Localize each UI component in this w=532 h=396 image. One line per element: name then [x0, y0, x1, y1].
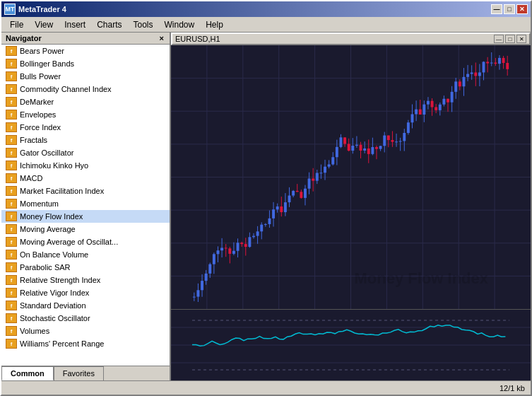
menu-file[interactable]: File: [4, 18, 29, 31]
nav-item[interactable]: fRelative Vigor Index: [1, 286, 170, 299]
nav-item-label: On Balance Volume: [20, 250, 88, 259]
menu-tools[interactable]: Tools: [128, 18, 159, 31]
indicator-icon: f: [6, 275, 17, 285]
indicator-icon: f: [6, 110, 17, 120]
nav-item-label: Money Flow Index: [20, 212, 83, 221]
nav-item-label: Ichimoku Kinko Hyo: [20, 161, 88, 170]
indicator-icon: f: [6, 97, 17, 107]
chart-minimize-button[interactable]: —: [494, 35, 504, 43]
indicator-icon: f: [6, 46, 17, 56]
navigator-title: Navigator: [6, 34, 42, 42]
nav-item[interactable]: fBulls Power: [1, 70, 170, 83]
nav-item-label: Momentum: [20, 199, 59, 208]
indicator-icon: f: [6, 313, 17, 323]
chart-area: EURUSD,H1 — □ ✕ Money Flow Index: [171, 33, 531, 380]
title-buttons: — □ ✕: [491, 4, 528, 14]
menu-help[interactable]: Help: [200, 18, 229, 31]
status-info: 12/1 kb: [500, 384, 525, 392]
nav-item[interactable]: fBears Power: [1, 45, 170, 57]
nav-item[interactable]: fDeMarker: [1, 95, 170, 108]
main-chart-canvas: [171, 45, 531, 309]
close-button[interactable]: ✕: [516, 4, 528, 14]
nav-item-label: Williams' Percent Range: [20, 339, 104, 348]
menu-window[interactable]: Window: [159, 18, 201, 31]
navigator-close-button[interactable]: ×: [158, 34, 165, 42]
status-bar: 12/1 kb: [1, 380, 531, 395]
nav-item-label: Volumes: [20, 327, 49, 335]
main-chart: Money Flow Index: [171, 45, 531, 310]
nav-item[interactable]: fParabolic SAR: [1, 261, 170, 274]
nav-item[interactable]: fVolumes: [1, 325, 170, 337]
navigator-list[interactable]: fBears PowerfBollinger BandsfBulls Power…: [1, 45, 170, 366]
nav-item-label: Commodity Channel Index: [20, 85, 112, 93]
nav-item-label: Gator Oscillator: [20, 148, 73, 157]
chart-title: EURUSD,H1: [175, 35, 220, 43]
app-icon: MT: [4, 4, 16, 15]
title-bar-left: MT MetaTrader 4: [4, 4, 66, 15]
menu-insert[interactable]: Insert: [59, 18, 91, 31]
nav-item[interactable]: fMACD: [1, 172, 170, 185]
nav-item-label: Moving Average of Oscillat...: [20, 238, 118, 246]
menu-view[interactable]: View: [29, 18, 59, 31]
indicator-icon: f: [6, 237, 17, 247]
nav-item-label: Force Index: [20, 123, 61, 132]
tab-common[interactable]: Common: [1, 366, 54, 380]
nav-item[interactable]: fMoney Flow Index: [1, 210, 170, 223]
indicator-icon: f: [6, 161, 17, 170]
indicator-icon: f: [6, 148, 17, 158]
navigator-header: Navigator ×: [1, 33, 170, 45]
indicator-icon: f: [6, 122, 17, 132]
nav-item-label: MACD: [20, 174, 42, 182]
title-bar: MT MetaTrader 4 — □ ✕: [1, 1, 531, 17]
nav-item[interactable]: fMoving Average: [1, 223, 170, 235]
indicator-icon: f: [6, 288, 17, 298]
indicator-icon: f: [6, 135, 17, 145]
nav-item[interactable]: fStandard Deviation: [1, 299, 170, 312]
nav-item[interactable]: fWilliams' Percent Range: [1, 337, 170, 350]
indicator-icon: f: [6, 59, 17, 69]
nav-item-label: Parabolic SAR: [20, 263, 71, 272]
nav-item-label: Stochastic Oscillator: [20, 314, 90, 322]
navigator-panel: Navigator × fBears PowerfBollinger Bands…: [1, 33, 171, 380]
indicator-icon: f: [6, 199, 17, 209]
indicator-icon: f: [6, 84, 17, 94]
indicator-icon: f: [6, 173, 17, 183]
nav-item[interactable]: fRelative Strength Index: [1, 274, 170, 286]
nav-item[interactable]: fMarket Facilitation Index: [1, 185, 170, 197]
nav-item[interactable]: fMomentum: [1, 197, 170, 210]
chart-close-button[interactable]: ✕: [516, 35, 526, 43]
nav-item-label: DeMarker: [20, 98, 54, 106]
indicator-icon: f: [6, 224, 17, 234]
nav-item[interactable]: fFractals: [1, 134, 170, 146]
nav-item[interactable]: fCommodity Channel Index: [1, 83, 170, 95]
chart-maximize-button[interactable]: □: [505, 35, 515, 43]
indicator-icon: f: [6, 262, 17, 272]
menu-charts[interactable]: Charts: [91, 18, 127, 31]
maximize-button[interactable]: □: [504, 4, 515, 14]
nav-item[interactable]: fEnvelopes: [1, 108, 170, 121]
nav-item[interactable]: fBollinger Bands: [1, 57, 170, 70]
sub-chart-canvas: [171, 310, 531, 380]
main-window: MT MetaTrader 4 — □ ✕ File View Insert C…: [0, 0, 532, 396]
nav-item-label: Bollinger Bands: [20, 59, 74, 68]
nav-item-label: Standard Deviation: [20, 301, 86, 310]
indicator-icon: f: [6, 301, 17, 310]
nav-item-label: Moving Average: [20, 225, 76, 233]
navigator-tabs: Common Favorites: [1, 366, 170, 380]
minimize-button[interactable]: —: [491, 4, 502, 14]
nav-item[interactable]: fOn Balance Volume: [1, 248, 170, 261]
nav-item-label: Relative Strength Index: [20, 276, 100, 284]
window-title: MetaTrader 4: [18, 5, 66, 13]
chart-title-buttons: — □ ✕: [494, 35, 526, 43]
main-content: Navigator × fBears PowerfBollinger Bands…: [1, 33, 531, 380]
nav-item[interactable]: fIchimoku Kinko Hyo: [1, 159, 170, 172]
nav-item[interactable]: fForce Index: [1, 121, 170, 134]
nav-item[interactable]: fStochastic Oscillator: [1, 312, 170, 325]
tab-favorites[interactable]: Favorites: [54, 366, 104, 380]
nav-item[interactable]: fMoving Average of Oscillat...: [1, 235, 170, 248]
nav-item-label: Envelopes: [20, 110, 56, 119]
indicator-icon: f: [6, 326, 17, 336]
menu-bar: File View Insert Charts Tools Window Hel…: [1, 17, 531, 33]
nav-item-label: Fractals: [20, 136, 47, 144]
nav-item[interactable]: fGator Oscillator: [1, 146, 170, 159]
